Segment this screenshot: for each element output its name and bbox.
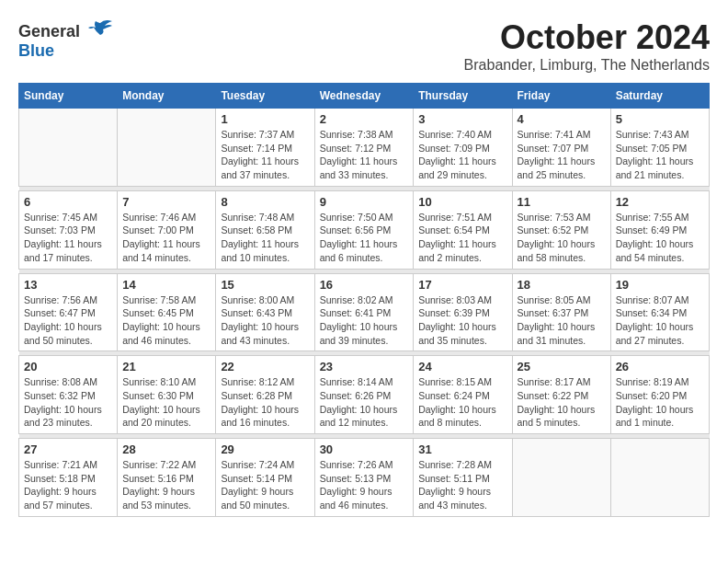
day-info: Sunrise: 8:03 AM Sunset: 6:39 PM Dayligh… <box>418 293 506 348</box>
table-row: 11Sunrise: 7:53 AM Sunset: 6:52 PM Dayli… <box>512 190 610 269</box>
day-number: 6 <box>24 195 112 209</box>
day-number: 9 <box>320 195 409 209</box>
table-row: 5Sunrise: 7:43 AM Sunset: 7:05 PM Daylig… <box>610 109 709 187</box>
table-row: 17Sunrise: 8:03 AM Sunset: 6:39 PM Dayli… <box>414 273 512 351</box>
day-info: Sunrise: 7:53 AM Sunset: 6:52 PM Dayligh… <box>518 211 606 265</box>
day-info: Sunrise: 7:40 AM Sunset: 7:09 PM Dayligh… <box>418 128 506 182</box>
table-row: 15Sunrise: 8:00 AM Sunset: 6:43 PM Dayli… <box>216 273 314 351</box>
table-row: 22Sunrise: 8:12 AM Sunset: 6:28 PM Dayli… <box>216 356 314 434</box>
day-info: Sunrise: 7:37 AM Sunset: 7:14 PM Dayligh… <box>221 128 309 182</box>
table-row: 30Sunrise: 7:26 AM Sunset: 5:13 PM Dayli… <box>314 439 414 517</box>
day-info: Sunrise: 7:41 AM Sunset: 7:07 PM Dayligh… <box>518 128 606 182</box>
col-friday: Friday <box>512 84 610 109</box>
table-row: 3Sunrise: 7:40 AM Sunset: 7:09 PM Daylig… <box>414 109 512 187</box>
day-info: Sunrise: 8:15 AM Sunset: 6:24 PM Dayligh… <box>418 375 506 430</box>
table-row <box>610 439 709 517</box>
day-info: Sunrise: 7:38 AM Sunset: 7:12 PM Dayligh… <box>320 128 409 182</box>
table-row: 10Sunrise: 7:51 AM Sunset: 6:54 PM Dayli… <box>414 190 512 269</box>
table-row <box>19 109 118 187</box>
day-info: Sunrise: 7:55 AM Sunset: 6:49 PM Dayligh… <box>616 211 704 265</box>
day-number: 10 <box>418 195 506 209</box>
day-number: 2 <box>320 112 409 126</box>
table-row <box>118 109 216 187</box>
day-info: Sunrise: 8:05 AM Sunset: 6:37 PM Dayligh… <box>518 293 606 348</box>
table-row: 12Sunrise: 7:55 AM Sunset: 6:49 PM Dayli… <box>610 190 709 269</box>
col-saturday: Saturday <box>610 84 709 109</box>
table-row: 25Sunrise: 8:17 AM Sunset: 6:22 PM Dayli… <box>512 356 610 434</box>
table-row: 8Sunrise: 7:48 AM Sunset: 6:58 PM Daylig… <box>216 190 314 269</box>
table-row: 24Sunrise: 8:15 AM Sunset: 6:24 PM Dayli… <box>414 356 512 434</box>
day-info: Sunrise: 7:45 AM Sunset: 7:03 PM Dayligh… <box>24 211 112 265</box>
day-number: 13 <box>24 278 112 292</box>
table-row: 16Sunrise: 8:02 AM Sunset: 6:41 PM Dayli… <box>314 273 414 351</box>
logo-bird-icon <box>86 18 114 37</box>
day-info: Sunrise: 7:46 AM Sunset: 7:00 PM Dayligh… <box>122 211 210 265</box>
day-info: Sunrise: 7:48 AM Sunset: 6:58 PM Dayligh… <box>221 211 309 265</box>
logo-general-text: General <box>18 22 80 40</box>
day-number: 1 <box>221 112 309 126</box>
day-info: Sunrise: 7:26 AM Sunset: 5:13 PM Dayligh… <box>320 458 409 512</box>
day-info: Sunrise: 7:56 AM Sunset: 6:47 PM Dayligh… <box>24 293 112 348</box>
table-row <box>512 439 610 517</box>
day-number: 20 <box>24 360 112 373</box>
table-row: 6Sunrise: 7:45 AM Sunset: 7:03 PM Daylig… <box>19 190 118 269</box>
table-row: 27Sunrise: 7:21 AM Sunset: 5:18 PM Dayli… <box>19 439 118 517</box>
day-info: Sunrise: 7:58 AM Sunset: 6:45 PM Dayligh… <box>122 293 210 348</box>
table-row: 29Sunrise: 7:24 AM Sunset: 5:14 PM Dayli… <box>216 439 314 517</box>
day-number: 15 <box>221 278 309 292</box>
day-info: Sunrise: 8:10 AM Sunset: 6:30 PM Dayligh… <box>122 375 210 430</box>
table-row: 4Sunrise: 7:41 AM Sunset: 7:07 PM Daylig… <box>512 109 610 187</box>
page-header: General Blue October 2024 Brabander, Lim… <box>18 18 710 74</box>
col-monday: Monday <box>118 84 216 109</box>
logo: General Blue <box>18 18 114 61</box>
table-row: 20Sunrise: 8:08 AM Sunset: 6:32 PM Dayli… <box>19 356 118 434</box>
day-number: 26 <box>616 360 704 373</box>
table-row: 7Sunrise: 7:46 AM Sunset: 7:00 PM Daylig… <box>118 190 216 269</box>
day-number: 5 <box>616 112 704 126</box>
day-number: 31 <box>418 442 506 456</box>
table-row: 1Sunrise: 7:37 AM Sunset: 7:14 PM Daylig… <box>216 109 314 187</box>
day-info: Sunrise: 8:12 AM Sunset: 6:28 PM Dayligh… <box>221 375 309 430</box>
table-row: 2Sunrise: 7:38 AM Sunset: 7:12 PM Daylig… <box>314 109 414 187</box>
col-wednesday: Wednesday <box>314 84 414 109</box>
col-tuesday: Tuesday <box>216 84 314 109</box>
day-number: 12 <box>616 195 704 209</box>
day-number: 29 <box>221 442 309 456</box>
day-info: Sunrise: 8:14 AM Sunset: 6:26 PM Dayligh… <box>320 375 409 430</box>
day-number: 16 <box>320 278 409 292</box>
col-thursday: Thursday <box>414 84 512 109</box>
logo-blue-text: Blue <box>18 41 54 60</box>
title-block: October 2024 Brabander, Limburg, The Net… <box>464 18 710 74</box>
day-info: Sunrise: 7:21 AM Sunset: 5:18 PM Dayligh… <box>24 458 112 512</box>
day-number: 30 <box>320 442 409 456</box>
calendar-header-row: Sunday Monday Tuesday Wednesday Thursday… <box>19 84 710 109</box>
table-row: 18Sunrise: 8:05 AM Sunset: 6:37 PM Dayli… <box>512 273 610 351</box>
day-number: 7 <box>122 195 210 209</box>
day-number: 18 <box>518 278 606 292</box>
day-number: 14 <box>122 278 210 292</box>
day-number: 17 <box>418 278 506 292</box>
day-number: 4 <box>518 112 606 126</box>
day-info: Sunrise: 7:22 AM Sunset: 5:16 PM Dayligh… <box>122 458 210 512</box>
day-info: Sunrise: 7:43 AM Sunset: 7:05 PM Dayligh… <box>616 128 704 182</box>
table-row: 13Sunrise: 7:56 AM Sunset: 6:47 PM Dayli… <box>19 273 118 351</box>
table-row: 19Sunrise: 8:07 AM Sunset: 6:34 PM Dayli… <box>610 273 709 351</box>
day-number: 8 <box>221 195 309 209</box>
table-row: 23Sunrise: 8:14 AM Sunset: 6:26 PM Dayli… <box>314 356 414 434</box>
table-row: 9Sunrise: 7:50 AM Sunset: 6:56 PM Daylig… <box>314 190 414 269</box>
day-number: 27 <box>24 442 112 456</box>
day-info: Sunrise: 7:28 AM Sunset: 5:11 PM Dayligh… <box>418 458 506 512</box>
calendar-table: Sunday Monday Tuesday Wednesday Thursday… <box>18 83 710 517</box>
day-info: Sunrise: 7:50 AM Sunset: 6:56 PM Dayligh… <box>320 211 409 265</box>
day-number: 22 <box>221 360 309 373</box>
table-row: 14Sunrise: 7:58 AM Sunset: 6:45 PM Dayli… <box>118 273 216 351</box>
day-number: 11 <box>518 195 606 209</box>
table-row: 31Sunrise: 7:28 AM Sunset: 5:11 PM Dayli… <box>414 439 512 517</box>
day-number: 19 <box>616 278 704 292</box>
col-sunday: Sunday <box>19 84 118 109</box>
day-info: Sunrise: 8:02 AM Sunset: 6:41 PM Dayligh… <box>320 293 409 348</box>
table-row: 21Sunrise: 8:10 AM Sunset: 6:30 PM Dayli… <box>118 356 216 434</box>
table-row: 26Sunrise: 8:19 AM Sunset: 6:20 PM Dayli… <box>610 356 709 434</box>
month-title: October 2024 <box>464 18 710 57</box>
day-info: Sunrise: 8:00 AM Sunset: 6:43 PM Dayligh… <box>221 293 309 348</box>
